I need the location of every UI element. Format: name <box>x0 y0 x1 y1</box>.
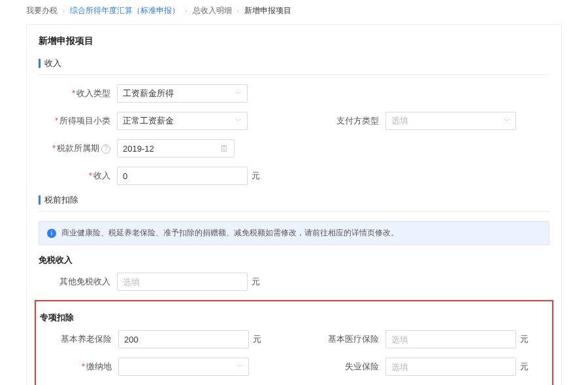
page-title: 新增申报项目 <box>39 35 549 47</box>
section-bar-icon <box>39 59 41 68</box>
chevron-down-icon: ﹀ <box>235 116 242 126</box>
input-medical[interactable] <box>391 335 510 344</box>
unit-yuan: 元 <box>252 276 260 288</box>
select-payer-type-value: 选填 <box>391 115 408 127</box>
label-other-tax-free: 其他免税收入 <box>39 276 117 288</box>
date-tax-period-value: 2019-12 <box>123 144 154 154</box>
calendar-icon: 🗓 <box>220 144 229 154</box>
select-payer-type[interactable]: 选填 ﹀ <box>385 112 516 130</box>
label-medical: 基本医疗保险 <box>307 333 385 345</box>
section-income-title: 收入 <box>44 58 61 69</box>
section-deduction-header: 税前扣除 <box>39 194 549 212</box>
label-unemployment: 失业保险 <box>307 361 385 373</box>
label-tax-period: *税款所属期? <box>39 142 117 154</box>
special-deduction-box: 专项扣除 基本养老保险 元 基本医疗保险 <box>35 300 553 385</box>
select-income-type[interactable]: 工资薪金所得 ﹀ <box>117 84 248 103</box>
unit-yuan: 元 <box>252 170 260 182</box>
chevron-right-icon: › <box>185 7 187 14</box>
breadcrumb-item-1[interactable]: 我要办税 <box>26 5 57 16</box>
input-income[interactable] <box>123 171 242 181</box>
label-pay-place: *缴纳地 <box>40 361 118 373</box>
unit-yuan: 元 <box>253 333 261 345</box>
label-pension: 基本养老保险 <box>40 333 118 345</box>
chevron-down-icon: ﹀ <box>504 116 510 126</box>
chevron-right-icon: › <box>237 7 239 14</box>
breadcrumb: 我要办税 › 综合所得年度汇算（标准申报） › 总收入明细 › 新增申报项目 <box>0 0 588 22</box>
section-income-header: 收入 <box>39 58 549 75</box>
help-icon[interactable]: ? <box>101 144 110 154</box>
unit-yuan: 元 <box>520 333 529 345</box>
input-other-tax-free-wrap <box>117 273 248 291</box>
label-income-sub: *所得项目小类 <box>39 115 117 127</box>
chevron-right-icon: › <box>63 7 65 14</box>
input-unemployment-wrap <box>385 358 516 376</box>
form-panel: 新增申报项目 收入 *收入类型 工资薪金所得 ﹀ <box>26 24 562 385</box>
info-alert: i 商业健康险、税延养老保险、准予扣除的捐赠额、减免税额如需修改，请前往相应的详… <box>39 221 549 245</box>
select-income-sub[interactable]: 正常工资薪金 ﹀ <box>117 112 248 130</box>
select-income-sub-value: 正常工资薪金 <box>123 115 174 127</box>
input-pension-wrap <box>118 330 249 348</box>
unit-yuan: 元 <box>520 361 529 373</box>
breadcrumb-item-3[interactable]: 总收入明细 <box>193 5 232 16</box>
info-alert-text: 商业健康险、税延养老保险、准予扣除的捐赠额、减免税额如需修改，请前往相应的详情页… <box>61 227 399 239</box>
breadcrumb-item-2[interactable]: 综合所得年度汇算（标准申报） <box>70 5 180 16</box>
input-unemployment[interactable] <box>391 362 510 372</box>
select-pay-place[interactable]: ﹀ <box>118 358 249 376</box>
section-deduction-title: 税前扣除 <box>44 194 78 206</box>
subheading-special-deduction: 专项扣除 <box>40 312 548 324</box>
section-bar-icon <box>39 195 41 205</box>
date-tax-period[interactable]: 2019-12 🗓 <box>117 139 235 158</box>
info-icon: i <box>47 229 56 238</box>
input-income-wrap <box>117 167 248 185</box>
chevron-down-icon: ﹀ <box>235 89 242 98</box>
input-pension[interactable] <box>124 335 243 344</box>
input-medical-wrap <box>385 330 516 348</box>
label-income-type: *收入类型 <box>39 88 117 99</box>
chevron-down-icon: ﹀ <box>237 362 243 371</box>
subheading-tax-free: 免税收入 <box>39 254 549 266</box>
label-income: *收入 <box>39 170 117 182</box>
input-other-tax-free[interactable] <box>123 277 242 287</box>
label-payer-type: 支付方类型 <box>307 115 385 127</box>
select-income-type-value: 工资薪金所得 <box>123 88 174 99</box>
breadcrumb-item-4: 新增申报项目 <box>244 5 291 16</box>
